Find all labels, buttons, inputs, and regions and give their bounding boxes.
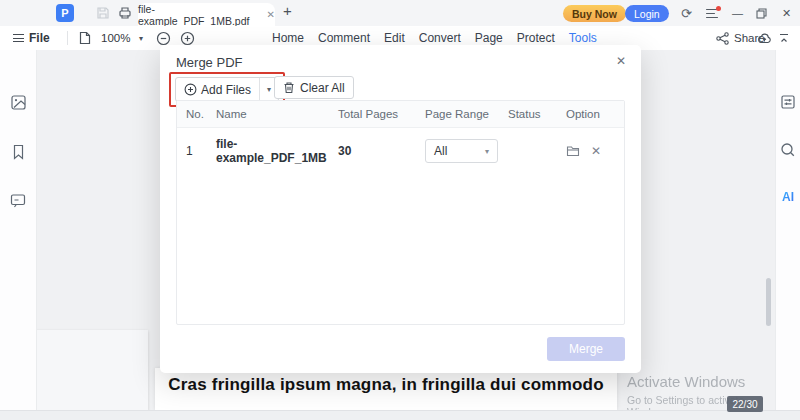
page-view-icon[interactable] [79, 26, 91, 50]
tab-convert[interactable]: Convert [419, 31, 461, 45]
vertical-scrollbar[interactable] [766, 278, 771, 326]
file-menu-label: File [29, 31, 50, 45]
toolbar-divider [67, 31, 68, 45]
col-no: No. [186, 108, 216, 120]
file-name: file-example_PDF_1MB [216, 137, 338, 165]
title-bar: P ↶ ↷ ▾ file-example_PDF_1MB.pdf ✕ + Buy… [0, 0, 800, 26]
zoom-caret-icon[interactable]: ▾ [139, 26, 143, 50]
background-panel [37, 330, 148, 410]
search-icon[interactable] [780, 142, 796, 158]
tab-protect[interactable]: Protect [517, 31, 555, 45]
tab-home[interactable]: Home [272, 31, 304, 45]
comments-panel-icon[interactable] [10, 193, 26, 208]
tab-comment[interactable]: Comment [318, 31, 370, 45]
file-menu[interactable]: File [13, 26, 50, 50]
col-status: Status [508, 108, 566, 120]
trash-icon [283, 81, 295, 94]
clear-all-label: Clear All [300, 81, 345, 95]
bookmarks-icon[interactable] [11, 144, 26, 160]
close-window-button[interactable]: ✕ [782, 0, 791, 26]
tab-page[interactable]: Page [475, 31, 503, 45]
properties-panel-icon[interactable] [780, 94, 796, 110]
sync-icon[interactable]: ⟳ [681, 0, 692, 26]
document-tab[interactable]: file-example_PDF_1MB.pdf ✕ [138, 3, 275, 26]
thumbnails-icon[interactable] [10, 94, 27, 111]
col-total-pages: Total Pages [338, 108, 425, 120]
main-menu-icon[interactable] [706, 0, 718, 26]
notification-dot [716, 6, 721, 11]
save-icon[interactable] [96, 0, 110, 26]
cloud-upload-icon[interactable] [757, 26, 772, 50]
new-tab-button[interactable]: + [283, 2, 292, 19]
tab-close-icon[interactable]: ✕ [267, 9, 275, 20]
bottom-strip [0, 410, 800, 420]
zoom-level-value[interactable]: 100% [101, 26, 130, 50]
tab-edit[interactable]: Edit [384, 31, 405, 45]
tab-tools[interactable]: Tools [569, 31, 597, 45]
pdf-editor-window: P ↶ ↷ ▾ file-example_PDF_1MB.pdf ✕ + Buy… [0, 0, 800, 420]
minimize-button[interactable]: — [732, 0, 743, 26]
files-table: No. Name Total Pages Page Range Status O… [176, 100, 625, 325]
merge-pdf-dialog: Merge PDF ✕ Add Files ▾ Clear All No. [160, 45, 641, 373]
right-panel-bar: AI [775, 50, 800, 410]
buy-now-button[interactable]: Buy Now [563, 5, 626, 22]
document-page: Cras fringilla ipsum magna, in fringilla… [155, 368, 617, 410]
clear-all-button[interactable]: Clear All [274, 76, 354, 99]
restore-button[interactable] [756, 0, 767, 26]
left-panel-bar [0, 50, 37, 410]
merge-button[interactable]: Merge [547, 337, 625, 361]
page-range-value: All [434, 144, 447, 158]
add-files-button[interactable]: Add Files ▾ [175, 77, 279, 102]
print-icon[interactable] [118, 0, 132, 26]
login-button[interactable]: Login [625, 5, 669, 22]
col-page-range: Page Range [425, 108, 508, 120]
open-folder-icon[interactable] [566, 145, 580, 157]
page-range-select[interactable]: All ▾ [425, 139, 498, 163]
select-caret-icon: ▾ [485, 147, 489, 156]
app-logo-icon[interactable]: P [56, 4, 74, 22]
remove-file-icon[interactable]: ✕ [591, 144, 601, 158]
add-icon [184, 83, 197, 96]
dialog-close-icon[interactable]: ✕ [616, 54, 626, 68]
file-no: 1 [186, 144, 216, 158]
share-icon [716, 32, 729, 45]
watermark-line1: Activate Windows [627, 373, 775, 390]
ai-assistant-icon[interactable]: AI [782, 190, 794, 204]
file-menu-icon [13, 34, 24, 42]
page-indicator-badge: 22/30 [727, 396, 763, 412]
col-option: Option [566, 108, 624, 120]
dialog-title: Merge PDF [176, 55, 242, 70]
file-total-pages: 30 [338, 144, 425, 158]
table-header-row: No. Name Total Pages Page Range Status O… [177, 101, 624, 128]
document-text-line: Cras fringilla ipsum magna, in fringilla… [155, 375, 617, 395]
add-files-label: Add Files [201, 83, 251, 97]
col-name: Name [216, 108, 338, 120]
table-row: 1 file-example_PDF_1MB 30 All ▾ ✕ [177, 128, 624, 174]
tab-title: file-example_PDF_1MB.pdf [138, 3, 260, 27]
collapse-toolbar-icon[interactable] [778, 26, 790, 50]
